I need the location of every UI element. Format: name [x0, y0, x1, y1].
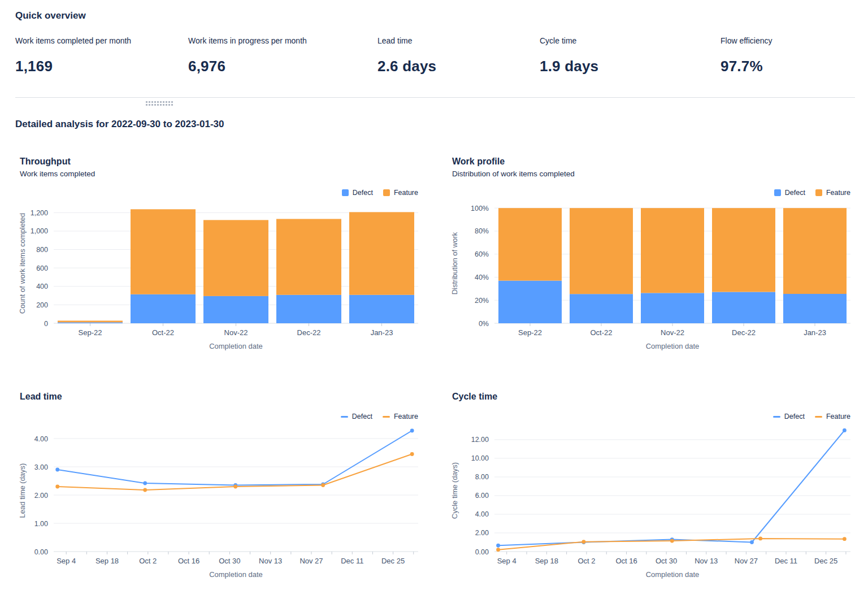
svg-text:Oct 16: Oct 16: [615, 557, 637, 565]
legend-swatch-defect: [774, 189, 781, 196]
svg-text:Completion date: Completion date: [646, 342, 700, 350]
svg-text:400: 400: [36, 283, 48, 290]
svg-text:4.00: 4.00: [34, 435, 48, 443]
cycle-time-chart[interactable]: 0.002.004.006.008.0010.0012.00Sep 4Sep 1…: [449, 423, 862, 587]
legend-item-defect[interactable]: Defect: [342, 189, 373, 197]
svg-text:Dec-22: Dec-22: [732, 328, 756, 337]
kpi-label: Lead time: [377, 36, 436, 45]
svg-text:Completion date: Completion date: [209, 570, 263, 579]
svg-text:40%: 40%: [475, 274, 489, 281]
svg-text:Sep-22: Sep-22: [518, 328, 542, 337]
kpi-lead-time: Lead time 2.6 days: [377, 36, 436, 75]
chart-title: Work profile: [452, 157, 863, 167]
svg-text:4.00: 4.00: [475, 510, 489, 518]
legend-swatch-defect: [342, 189, 349, 196]
legend-item-defect[interactable]: Defect: [774, 189, 805, 197]
svg-text:80%: 80%: [475, 227, 489, 235]
svg-text:600: 600: [36, 264, 48, 272]
svg-text:1,200: 1,200: [31, 209, 48, 217]
legend-label: Defect: [784, 413, 805, 420]
legend-item-defect[interactable]: Defect: [773, 413, 805, 420]
svg-text:Oct 16: Oct 16: [178, 557, 199, 565]
kpi-value: 2.6 days: [377, 58, 436, 75]
legend-swatch-feature: [815, 189, 822, 196]
legend-label: Feature: [826, 413, 850, 420]
chart-title: Cycle time: [452, 392, 863, 402]
legend-label: Feature: [394, 413, 418, 420]
svg-text:6.00: 6.00: [475, 492, 489, 500]
svg-text:12.00: 12.00: [471, 436, 489, 444]
drag-handle[interactable]: [146, 101, 173, 106]
svg-text:Jan-23: Jan-23: [371, 328, 393, 337]
svg-text:Oct 30: Oct 30: [219, 557, 240, 565]
kpi-work-items-in-progress: Work items in progress per month 6,976: [188, 36, 307, 75]
legend-item-feature[interactable]: Feature: [815, 189, 850, 197]
legend-item-feature[interactable]: Feature: [383, 189, 418, 197]
svg-text:Dec 11: Dec 11: [775, 557, 797, 565]
svg-text:Sep-22: Sep-22: [79, 328, 102, 337]
lead-time-chart-card: Lead time DefectFeature 0.001.002.003.00…: [17, 388, 431, 589]
svg-text:Dec 11: Dec 11: [341, 557, 363, 565]
legend-item-feature[interactable]: Feature: [383, 413, 418, 420]
svg-text:0.00: 0.00: [34, 548, 48, 556]
svg-text:0: 0: [44, 320, 48, 328]
svg-text:Count of work items completed: Count of work items completed: [18, 213, 27, 314]
svg-text:Nov 27: Nov 27: [735, 557, 758, 565]
legend-label: Defect: [353, 189, 373, 197]
svg-text:3.00: 3.00: [34, 463, 48, 471]
svg-text:2.00: 2.00: [34, 492, 48, 500]
chart-subtitle: Distribution of work items completed: [452, 170, 863, 178]
work-profile-chart[interactable]: 0%20%40%60%80%100%Sep-22Oct-22Nov-22Dec-…: [449, 199, 862, 350]
throughput-chart[interactable]: 02004006008001,0001,200Sep-22Oct-22Nov-2…: [17, 199, 429, 350]
svg-text:Jan-23: Jan-23: [804, 328, 826, 337]
svg-text:8.00: 8.00: [475, 473, 489, 481]
lead-time-chart[interactable]: 0.001.002.003.004.00Sep 4Sep 18Oct 2Oct …: [17, 423, 429, 587]
svg-text:Nov 27: Nov 27: [300, 557, 323, 565]
svg-text:0%: 0%: [479, 320, 489, 328]
kpi-flow-efficiency: Flow efficiency 97.7%: [721, 36, 772, 75]
kpi-value: 97.7%: [721, 58, 772, 75]
svg-text:20%: 20%: [475, 297, 489, 305]
svg-text:Sep 4: Sep 4: [497, 557, 517, 565]
kpi-value: 6,976: [188, 58, 307, 75]
svg-text:100%: 100%: [471, 205, 489, 212]
svg-text:Oct 2: Oct 2: [578, 557, 595, 565]
legend-swatch-defect: [341, 416, 348, 418]
legend-label: Defect: [352, 413, 372, 420]
kpi-label: Work items completed per month: [15, 36, 131, 45]
svg-text:10.00: 10.00: [471, 454, 489, 462]
legend-item-defect[interactable]: Defect: [341, 413, 372, 420]
legend-label: Feature: [394, 189, 418, 197]
svg-text:1,000: 1,000: [31, 227, 48, 235]
svg-text:Sep 18: Sep 18: [535, 557, 558, 565]
legend-item-feature[interactable]: Feature: [815, 413, 850, 420]
chart-title: Lead time: [20, 392, 431, 402]
svg-text:Nov 13: Nov 13: [695, 557, 718, 565]
svg-text:60%: 60%: [475, 250, 489, 258]
svg-text:Nov-22: Nov-22: [661, 328, 684, 337]
detailed-analysis-title: Detailed analysis for 2022-09-30 to 2023…: [15, 119, 224, 130]
kpi-value: 1,169: [15, 58, 131, 75]
svg-text:Nov-22: Nov-22: [224, 328, 248, 337]
kpi-cycle-time: Cycle time 1.9 days: [540, 36, 598, 75]
svg-text:Completion date: Completion date: [646, 570, 700, 579]
chart-legend: DefectFeature: [342, 189, 418, 197]
chart-legend: DefectFeature: [341, 413, 418, 420]
svg-text:Distribution of work: Distribution of work: [450, 232, 459, 294]
svg-text:2.00: 2.00: [475, 529, 489, 537]
section-divider: [15, 97, 855, 98]
kpi-value: 1.9 days: [540, 58, 598, 75]
svg-text:Sep 18: Sep 18: [96, 557, 119, 565]
kpi-label: Cycle time: [540, 36, 598, 45]
legend-swatch-feature: [815, 416, 822, 418]
svg-text:Oct 30: Oct 30: [656, 557, 677, 565]
kpi-label: Flow efficiency: [721, 36, 772, 45]
chart-title: Throughput: [20, 157, 431, 167]
svg-text:Dec 25: Dec 25: [814, 557, 837, 565]
legend-swatch-feature: [383, 189, 390, 196]
svg-text:Completion date: Completion date: [209, 342, 263, 350]
svg-text:0.00: 0.00: [475, 548, 489, 556]
dashboard-page: Quick overview Work items completed per …: [0, 0, 868, 590]
legend-swatch-defect: [773, 416, 780, 418]
svg-text:Dec-22: Dec-22: [297, 328, 321, 337]
